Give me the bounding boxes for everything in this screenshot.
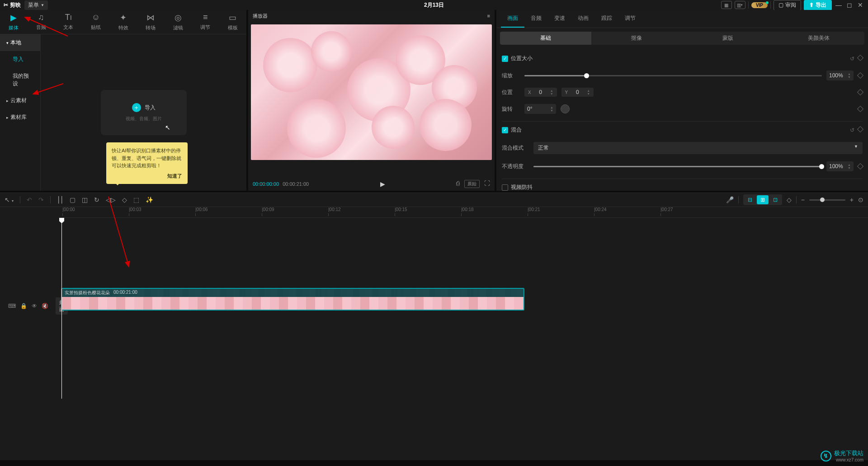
media-sidebar: ▾本地 导入 我的预设 ▸云素材 ▸素材库 (0, 34, 41, 191)
keyframe-icon[interactable] (857, 72, 863, 79)
position-y-input[interactable]: Y0▲▼ (561, 88, 594, 97)
reverse-tool[interactable]: ↻ (94, 196, 99, 203)
keyframe-icon[interactable] (857, 163, 863, 169)
tooltip-ok-button[interactable]: 知道了 (112, 172, 182, 180)
reset-icon[interactable]: ↺ (850, 127, 854, 133)
position-label: 位置 (502, 89, 520, 96)
vip-badge[interactable]: VIP (751, 2, 768, 8)
timeline-track-header: ⌨ 🔒 👁 🔇 封面 (0, 207, 59, 460)
undo-button[interactable]: ↶ (27, 196, 32, 203)
menu-button[interactable]: 菜单 ▼ (24, 0, 48, 10)
position-x-input[interactable]: X0▲▼ (524, 88, 557, 97)
select-tool[interactable]: ↖ ▾ (5, 196, 14, 203)
keyframe-icon[interactable] (857, 126, 863, 132)
rotate-tool[interactable]: ◇ (122, 196, 127, 203)
snap-toggle-3[interactable]: ⊡ (769, 195, 781, 204)
scale-value[interactable]: 100%▲▼ (826, 71, 854, 80)
ai-tool[interactable]: ✨ (146, 196, 153, 203)
opacity-value[interactable]: 100%▲▼ (826, 161, 854, 171)
eye-icon[interactable]: 👁 (32, 303, 37, 309)
snap-toggle-2[interactable]: ⊞ (757, 195, 769, 204)
keyframe-icon[interactable] (857, 106, 863, 112)
close-button[interactable]: ✕ (856, 1, 864, 9)
split-tool[interactable]: ⎮⎮ (57, 196, 63, 203)
sidebar-library[interactable]: ▸素材库 (0, 109, 40, 126)
timeline-tracks[interactable]: |00:00 |00:03 |00:06 |00:09 |00:12 |00:1… (59, 207, 868, 460)
video-clip[interactable]: 实景拍摄粉色樱花花朵 00:00:21:00 (61, 288, 524, 311)
subtab-basic[interactable]: 基础 (500, 32, 591, 45)
opacity-slider[interactable] (533, 166, 822, 167)
player-canvas[interactable] (251, 24, 492, 160)
shortcut-icon[interactable]: ⌨ (8, 303, 16, 309)
crop-tool[interactable]: ⬚ (133, 196, 139, 203)
props-tab-track[interactable]: 跟踪 (595, 10, 618, 28)
keyframe-icon[interactable] (857, 54, 863, 61)
titlebar: ✂ 剪映 菜单 ▼ 2月13日 ▦ ▥ ▾ VIP ▢ 审阅 ⬆ 导出 — ◻ … (0, 0, 868, 10)
stabilize-checkbox[interactable] (502, 184, 508, 191)
reset-icon[interactable]: ↺ (850, 56, 854, 62)
mic-icon[interactable]: 🎤 (726, 196, 734, 203)
review-button[interactable]: ▢ 审阅 (774, 0, 801, 10)
import-box[interactable]: + 导入 视频、音频、图片 (101, 90, 187, 135)
ratio-button[interactable]: 原始 (464, 180, 480, 188)
rotate-knob[interactable] (561, 104, 570, 113)
tab-filter[interactable]: ◎滤镜 (164, 13, 192, 31)
blend-checkbox[interactable]: ✓ (502, 127, 508, 133)
scale-label: 缩放 (502, 72, 520, 80)
tab-adjust[interactable]: ≡调节 (192, 13, 219, 31)
scale-slider[interactable] (524, 75, 822, 76)
layout-icon-2[interactable]: ▥ ▾ (735, 1, 745, 9)
tab-audio[interactable]: ♫音频 (28, 13, 55, 31)
sidebar-presets[interactable]: 我的预设 (0, 68, 40, 92)
tab-effect[interactable]: ✦特效 (109, 13, 137, 31)
fullscreen-icon[interactable]: ⛶ (484, 180, 490, 188)
text-icon: TI (65, 13, 72, 22)
mute-icon[interactable]: 🔇 (42, 303, 48, 309)
export-button[interactable]: ⬆ 导出 (804, 0, 832, 10)
props-tab-animation[interactable]: 动画 (571, 10, 595, 28)
blend-mode-select[interactable]: 正常▼ (533, 142, 863, 154)
subtab-beauty[interactable]: 美颜美体 (774, 32, 865, 45)
props-tab-picture[interactable]: 画面 (501, 10, 524, 28)
keyframe-icon[interactable] (857, 89, 863, 95)
play-button[interactable]: ▶ (380, 180, 385, 188)
player-title: 播放器 (253, 13, 268, 19)
layout-icon-1[interactable]: ▦ (721, 1, 732, 9)
timeline-ruler[interactable]: |00:00 |00:03 |00:06 |00:09 |00:12 |00:1… (59, 207, 868, 218)
import-subtitle: 视频、音频、图片 (126, 116, 162, 122)
tab-text[interactable]: TI文本 (55, 13, 82, 31)
props-tab-speed[interactable]: 变速 (548, 10, 571, 28)
media-icon: ▶ (10, 13, 17, 23)
screen-icon: ▢ (778, 2, 783, 8)
minimize-button[interactable]: — (835, 1, 843, 9)
preview-icon[interactable]: ◇ (787, 196, 792, 203)
tab-template[interactable]: ▭模板 (219, 13, 247, 31)
zoom-in-icon[interactable]: + (850, 196, 854, 203)
zoom-slider[interactable] (809, 199, 845, 201)
maximize-button[interactable]: ◻ (845, 1, 854, 9)
props-tab-adjust[interactable]: 调节 (618, 10, 642, 28)
sidebar-local[interactable]: ▾本地 (0, 34, 40, 51)
subtab-cutout[interactable]: 抠像 (591, 32, 683, 45)
lock-icon[interactable]: 🔒 (20, 303, 27, 309)
player-menu-icon[interactable]: ≡ (487, 13, 490, 19)
pos-size-checkbox[interactable]: ✓ (502, 56, 508, 62)
delete-tool[interactable]: ▢ (70, 196, 75, 203)
playhead[interactable] (61, 218, 62, 399)
sidebar-import[interactable]: 导入 (0, 51, 40, 68)
zoom-out-icon[interactable]: − (801, 196, 805, 203)
redo-button[interactable]: ↷ (38, 196, 44, 203)
props-tab-audio[interactable]: 音频 (524, 10, 548, 28)
tab-media[interactable]: ▶媒体 (0, 13, 28, 31)
freeze-tool[interactable]: ◫ (82, 196, 88, 203)
snap-toggle-1[interactable]: ⊟ (744, 195, 756, 204)
tab-transition[interactable]: ⋈转场 (137, 13, 165, 31)
mirror-tool[interactable]: ◁▷ (106, 196, 116, 203)
snapshot-icon[interactable]: ⎙ (456, 180, 460, 188)
media-tab-row: ▶媒体 ♫音频 TI文本 ☺贴纸 ✦特效 ⋈转场 ◎滤镜 ≡调节 ▭模板 (0, 10, 246, 34)
zoom-fit-icon[interactable]: ⊙ (858, 196, 863, 203)
tab-sticker[interactable]: ☺贴纸 (82, 13, 110, 31)
rotate-value[interactable]: 0°▲▼ (524, 104, 556, 114)
subtab-mask[interactable]: 蒙版 (682, 32, 774, 45)
sidebar-cloud[interactable]: ▸云素材 (0, 92, 40, 109)
